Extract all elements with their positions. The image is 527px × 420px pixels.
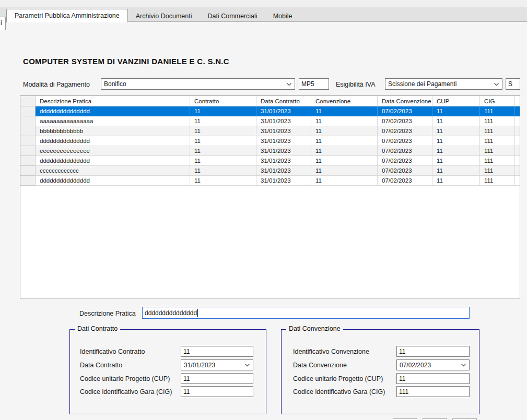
cell-contratto[interactable]: 11 <box>190 116 256 126</box>
cell-contratto[interactable]: 11 <box>190 126 256 136</box>
cell-data-contratto[interactable]: 31/01/2023 <box>256 166 311 176</box>
cell-descrizione-pratica[interactable]: aaaaaaaaaaaaaaaa <box>36 116 190 126</box>
cell-data-contratto[interactable]: 31/01/2023 <box>256 136 311 146</box>
table-row[interactable]: ccccccccccccc1131/01/20231107/02/2023111… <box>20 166 520 176</box>
row-selector[interactable] <box>20 136 36 146</box>
modalita-pagamento-code-field[interactable] <box>299 78 329 90</box>
cell-data-convenzione[interactable]: 07/02/2023 <box>378 166 432 176</box>
cell-convenzione[interactable]: 11 <box>311 156 378 166</box>
cell-cig[interactable]: 111 <box>480 106 515 116</box>
row-selector[interactable] <box>20 166 36 176</box>
table-row[interactable]: bbbbbbbbbbbbb1131/01/20231107/02/2023111… <box>20 126 520 136</box>
row-selector[interactable] <box>20 116 36 126</box>
column-header-cup[interactable]: CUP <box>432 96 480 106</box>
cell-cup[interactable]: 11 <box>432 146 480 156</box>
cell-cig[interactable]: 111 <box>480 146 515 156</box>
table-row[interactable]: ddddddddddddddd1131/01/20231107/02/20231… <box>20 136 520 146</box>
cup-convenzione-field[interactable] <box>396 373 470 384</box>
cell-cig[interactable]: 111 <box>480 156 515 166</box>
cell-contratto[interactable]: 11 <box>190 146 256 156</box>
column-header-convenzione[interactable]: Convenzione <box>311 96 378 106</box>
esigibilita-iva-combobox[interactable]: Scissione dei Pagamenti <box>385 78 502 90</box>
cup-contratto-field[interactable] <box>181 373 253 384</box>
descrizione-pratica-input[interactable]: ddddddddddddddd <box>142 307 470 319</box>
row-selector[interactable] <box>20 156 36 166</box>
cell-contratto[interactable]: 11 <box>190 176 256 186</box>
cell-cup[interactable]: 11 <box>432 126 480 136</box>
cell-cig[interactable]: 111 <box>480 176 515 186</box>
cell-cig[interactable]: 111 <box>480 166 515 176</box>
cell-convenzione[interactable]: 11 <box>311 136 378 146</box>
column-header-contratto[interactable]: Contratto <box>190 96 256 106</box>
cell-data-convenzione[interactable]: 07/02/2023 <box>378 106 432 116</box>
cell-data-convenzione[interactable]: 07/02/2023 <box>378 176 432 186</box>
esigibilita-iva-code-field[interactable] <box>506 78 520 90</box>
cell-cig[interactable]: 111 <box>480 126 515 136</box>
row-selector[interactable] <box>20 126 36 136</box>
column-header-data-contratto[interactable]: Data Contratto <box>256 96 311 106</box>
cell-data-convenzione[interactable]: 07/02/2023 <box>378 116 432 126</box>
cell-data-convenzione[interactable]: 07/02/2023 <box>378 156 432 166</box>
cell-data-contratto[interactable]: 31/01/2023 <box>256 176 311 186</box>
cell-cup[interactable]: 11 <box>432 166 480 176</box>
tab-parametri-pubblica-amministrazione[interactable]: Parametri Pubblica Amministrazione <box>6 9 128 22</box>
cell-contratto[interactable]: 11 <box>190 106 256 116</box>
identificativo-contratto-field[interactable] <box>181 346 253 357</box>
cell-data-contratto[interactable]: 31/01/2023 <box>256 156 311 166</box>
cell-convenzione[interactable]: 11 <box>311 146 378 156</box>
tab-mobile[interactable]: Mobile <box>265 10 300 22</box>
table-row[interactable]: eeeeeeeeeeeeeee1131/01/20231107/02/20231… <box>20 146 520 156</box>
cell-convenzione[interactable]: 11 <box>311 126 378 136</box>
row-selector[interactable] <box>20 146 36 156</box>
row-selector[interactable] <box>20 106 36 116</box>
cell-contratto[interactable]: 11 <box>190 166 256 176</box>
row-selector[interactable] <box>20 176 36 186</box>
table-row[interactable]: ddddddddddddddd1131/01/20231107/02/20231… <box>20 176 520 186</box>
modalita-pagamento-combobox[interactable]: Bonifico <box>101 78 295 90</box>
column-header-data-convenzione[interactable]: Data Convenzione <box>378 96 432 106</box>
cell-descrizione-pratica[interactable]: ccccccccccccc <box>36 166 190 176</box>
cig-convenzione-field[interactable] <box>396 386 470 397</box>
cell-descrizione-pratica[interactable]: ddddddddddddddd <box>36 176 190 186</box>
table-row[interactable]: ddddddddddddddd1131/01/20231107/02/20231… <box>20 106 520 116</box>
cell-convenzione[interactable]: 11 <box>311 116 378 126</box>
cell-contratto[interactable]: 11 <box>190 136 256 146</box>
cell-convenzione[interactable]: 11 <box>311 106 378 116</box>
cell-convenzione[interactable]: 11 <box>311 176 378 186</box>
cell-data-contratto[interactable]: 31/01/2023 <box>256 106 311 116</box>
cell-cig[interactable]: 111 <box>480 136 515 146</box>
cell-descrizione-pratica[interactable]: ddddddddddddddd <box>36 106 190 116</box>
column-header-cig[interactable]: CIG <box>480 96 515 106</box>
cell-descrizione-pratica[interactable]: eeeeeeeeeeeeeee <box>36 146 190 156</box>
row-selector-header[interactable] <box>20 96 36 106</box>
cell-contratto[interactable]: 11 <box>190 156 256 166</box>
tab-dati-commerciali[interactable]: Dati Commerciali <box>200 10 265 22</box>
data-convenzione-combobox[interactable]: 07/02/2023 <box>396 359 470 370</box>
cig-contratto-field[interactable] <box>181 386 253 397</box>
cell-cig[interactable]: 111 <box>480 116 515 126</box>
cell-convenzione[interactable]: 11 <box>311 166 378 176</box>
data-contratto-combobox[interactable]: 31/01/2023 <box>181 359 253 370</box>
table-row[interactable]: aaaaaaaaaaaaaaaa1131/01/20231107/02/2023… <box>20 116 520 126</box>
cup-convenzione-label: Codice unitario Progetto (CUP) <box>293 375 383 382</box>
cell-data-convenzione[interactable]: 07/02/2023 <box>378 126 432 136</box>
cell-cup[interactable]: 11 <box>432 176 480 186</box>
cell-data-contratto[interactable]: 31/01/2023 <box>256 146 311 156</box>
tab-partial-left[interactable]: i <box>0 17 6 30</box>
cell-data-contratto[interactable]: 31/01/2023 <box>256 126 311 136</box>
cell-cup[interactable]: 11 <box>432 116 480 126</box>
dati-convenzione-legend: Dati Convenzione <box>286 325 343 332</box>
column-header-descrizione-pratica[interactable]: Descrizione Pratica <box>36 96 190 106</box>
tab-archivio-documenti[interactable]: Archivio Documenti <box>128 10 200 22</box>
cell-cup[interactable]: 11 <box>432 136 480 146</box>
identificativo-convenzione-field[interactable] <box>396 346 470 357</box>
cell-descrizione-pratica[interactable]: bbbbbbbbbbbbb <box>36 126 190 136</box>
cell-descrizione-pratica[interactable]: ddddddddddddddd <box>36 136 190 146</box>
cell-data-convenzione[interactable]: 07/02/2023 <box>378 136 432 146</box>
cell-descrizione-pratica[interactable]: ddddddddddddddd <box>36 156 190 166</box>
cell-data-convenzione[interactable]: 07/02/2023 <box>378 146 432 156</box>
table-row[interactable]: ddddddddddddddd1131/01/20231107/02/20231… <box>20 156 520 166</box>
cell-data-contratto[interactable]: 31/01/2023 <box>256 116 311 126</box>
cell-cup[interactable]: 11 <box>432 106 480 116</box>
cell-cup[interactable]: 11 <box>432 156 480 166</box>
